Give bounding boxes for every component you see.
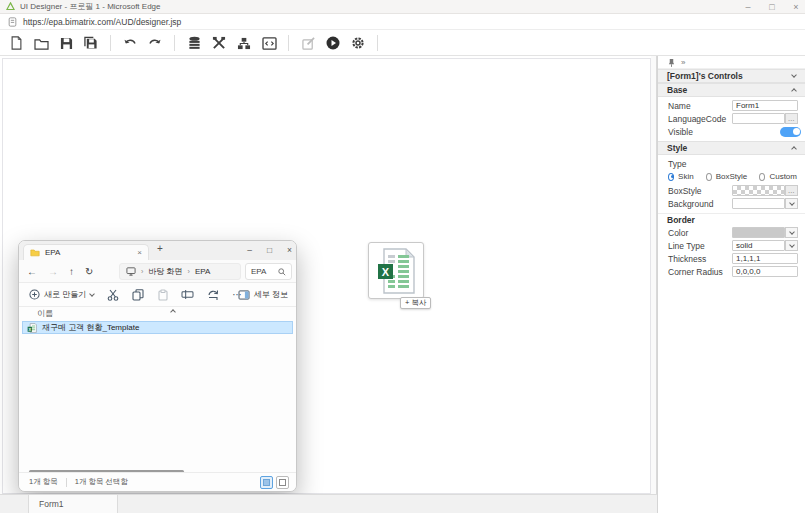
section-style[interactable]: Style: [658, 141, 805, 155]
close-tab-icon[interactable]: ×: [137, 248, 142, 257]
explorer-tab[interactable]: EPA ×: [23, 244, 149, 260]
language-code-input[interactable]: [732, 113, 785, 124]
redo-icon[interactable]: [147, 35, 163, 51]
controls-header[interactable]: [Form1]'s Controls: [658, 69, 805, 83]
background-dropdown-button[interactable]: [785, 198, 798, 209]
copy-badge-label: + 복사: [405, 298, 426, 308]
minimize-icon[interactable]: –: [743, 2, 753, 12]
breadcrumb-desktop[interactable]: 바탕 화면: [148, 266, 182, 277]
visible-toggle[interactable]: [780, 127, 801, 137]
breadcrumb-current[interactable]: EPA: [195, 267, 210, 276]
collapse-panel-icon[interactable]: »: [681, 58, 685, 67]
new-tab-icon[interactable]: +: [157, 243, 163, 254]
breadcrumb[interactable]: › 바탕 화면 › EPA: [119, 263, 241, 280]
settings-gear-icon[interactable]: [350, 35, 366, 51]
close-icon[interactable]: ×: [287, 245, 292, 255]
details-pane-button[interactable]: 세부 정보: [238, 289, 288, 300]
language-code-row: LanguageCode …: [658, 112, 805, 125]
background-input[interactable]: [732, 198, 785, 209]
radio-custom[interactable]: [759, 173, 765, 181]
explorer-tab-label: EPA: [45, 248, 60, 257]
undo-icon[interactable]: [122, 35, 138, 51]
svg-text:X: X: [382, 265, 390, 277]
up-icon[interactable]: ↑: [69, 266, 74, 277]
name-label: Name: [668, 101, 691, 111]
maximize-icon[interactable]: □: [267, 245, 272, 255]
details-pane-icon: [238, 290, 250, 300]
url-text[interactable]: https://epa.bimatrix.com/AUD/designer.js…: [23, 17, 181, 27]
border-color-swatch[interactable]: [732, 227, 785, 238]
search-box[interactable]: EPA: [245, 263, 292, 280]
new-item-button[interactable]: 새로 만들기: [29, 289, 94, 300]
hierarchy-icon[interactable]: [236, 35, 252, 51]
language-code-browse-button[interactable]: …: [785, 113, 798, 124]
refresh-icon[interactable]: ↻: [85, 266, 93, 277]
save-all-icon[interactable]: [83, 35, 99, 51]
border-color-dropdown-button[interactable]: [785, 227, 798, 238]
breadcrumb-separator: ›: [141, 268, 143, 275]
site-info-icon[interactable]: [8, 17, 17, 27]
close-icon[interactable]: ×: [791, 2, 801, 12]
back-icon[interactable]: ←: [27, 266, 37, 277]
run-icon[interactable]: [325, 35, 341, 51]
chevron-down-icon: [789, 242, 795, 248]
boxstyle-swatch[interactable]: [732, 185, 785, 196]
rename-icon[interactable]: [181, 288, 194, 301]
browser-title: UI Designer - 프로필 1 - Microsoft Edge: [20, 1, 160, 12]
share-icon[interactable]: [206, 288, 219, 301]
edit-icon[interactable]: [300, 35, 316, 51]
boxstyle-browse-button[interactable]: …: [785, 185, 798, 196]
visible-row: Visible: [658, 125, 805, 138]
chevron-down-icon: [89, 291, 95, 297]
name-input[interactable]: Form1: [732, 100, 798, 111]
svg-text:X: X: [28, 326, 31, 331]
name-row: Name Form1: [658, 99, 805, 112]
forward-icon[interactable]: →: [48, 266, 58, 277]
new-file-icon[interactable]: [8, 35, 24, 51]
line-type-select[interactable]: solid: [732, 240, 785, 251]
cut-icon[interactable]: [106, 288, 119, 301]
background-row: Background: [658, 197, 805, 210]
code-view-icon[interactable]: [261, 35, 277, 51]
large-icons-view-toggle[interactable]: [276, 476, 289, 489]
form1-tab[interactable]: Form1: [28, 495, 118, 513]
thickness-input[interactable]: 1,1,1,1: [732, 253, 798, 264]
minimize-icon[interactable]: –: [247, 245, 252, 255]
radio-boxstyle[interactable]: [706, 173, 712, 181]
designer-toolbar: [0, 31, 805, 56]
sort-ascending-icon: [170, 309, 176, 315]
type-options-row: Skin BoxStyle Custom: [658, 170, 805, 183]
save-icon[interactable]: [58, 35, 74, 51]
border-subsection-title: Border: [658, 213, 805, 226]
explorer-status-bar: 1개 항목 1개 항목 선택함: [19, 472, 296, 491]
search-input[interactable]: EPA: [251, 267, 266, 276]
radio-boxstyle-label: BoxStyle: [716, 172, 748, 181]
maximize-icon[interactable]: □: [767, 2, 777, 12]
controls-header-label: [Form1]'s Controls: [667, 71, 743, 81]
details-view-toggle[interactable]: [260, 476, 273, 489]
excel-file-icon: X: [27, 323, 37, 333]
drag-ghost-file[interactable]: X: [368, 242, 424, 299]
radio-custom-label: Custom: [769, 172, 797, 181]
open-folder-icon[interactable]: [33, 35, 49, 51]
desktop-icon: [126, 267, 136, 276]
new-item-label: 새로 만들기: [44, 289, 86, 300]
line-type-dropdown-button[interactable]: [785, 240, 798, 251]
column-header-name[interactable]: 이름: [37, 308, 53, 319]
file-list: X 재구매 고객 현황_Template: [19, 320, 296, 470]
explorer-nav-bar: ← → ↑ ↻ › 바탕 화면 › EPA EPA: [19, 260, 296, 283]
style-section-label: Style: [667, 143, 687, 153]
build-tools-icon[interactable]: [211, 35, 227, 51]
border-color-label: Color: [668, 228, 688, 238]
file-row-selected[interactable]: X 재구매 고객 현황_Template: [22, 321, 293, 334]
corner-radius-input[interactable]: 0,0,0,0: [732, 266, 798, 277]
section-base[interactable]: Base: [658, 83, 805, 97]
selected-count-label: 1개 항목 선택함: [75, 477, 128, 487]
paste-icon[interactable]: [156, 288, 169, 301]
radio-skin[interactable]: [668, 173, 674, 181]
dataset-icon[interactable]: [186, 35, 202, 51]
pin-icon[interactable]: [668, 58, 675, 67]
copy-icon[interactable]: [131, 288, 144, 301]
chevron-down-icon: [791, 72, 797, 78]
url-bar[interactable]: https://epa.bimatrix.com/AUD/designer.js…: [0, 15, 805, 30]
